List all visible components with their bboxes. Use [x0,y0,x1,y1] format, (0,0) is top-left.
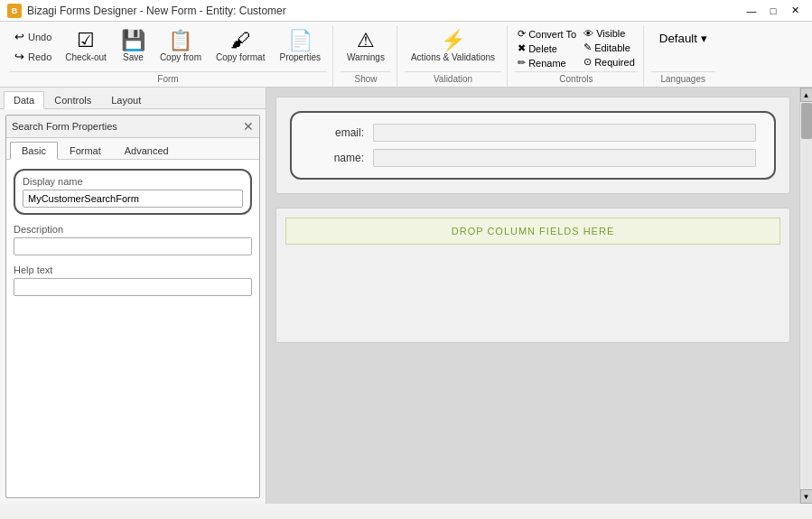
copyfrom-button[interactable]: 📋 Copy from [154,27,208,66]
ribbon-group-controls: ⟳ Convert To ✖ Delete ✏ Rename 👁 [509,25,644,87]
name-label: name: [310,152,364,164]
app-icon: B [7,4,22,18]
minimize-button[interactable]: — [742,3,761,19]
form-group-label: Form [9,71,327,87]
delete-item[interactable]: ✖ Delete [515,42,579,55]
warnings-icon: ⚠ [357,31,375,51]
results-container: DROP COLUMN FIELDS HERE [275,208,790,343]
scroll-up-button[interactable]: ▲ [800,88,813,102]
required-item[interactable]: ⊙ Required [581,55,638,69]
ribbon-group-form: ↩ Undo ↪ Redo ☑ Check-out 💾 Save [4,25,333,87]
properties-content: Display name Description Help text [6,160,259,497]
default-language-button[interactable]: Default ▾ [651,27,715,50]
left-panel: Data Controls Layout Search Form Propert… [0,88,266,504]
properties-button[interactable]: 📄 Properties [273,27,327,66]
display-name-group: Display name [14,169,252,215]
search-form-container: email: name: [275,97,790,194]
default-label: Default ▾ [659,32,707,45]
email-row: email: [310,124,756,142]
ribbon-group-show: ⚠ Warnings Show [335,25,397,87]
tab-data[interactable]: Data [4,91,44,109]
main-content: Data Controls Layout Search Form Propert… [0,88,812,504]
validation-group-label: Validation [405,71,501,87]
undo-redo-group: ↩ Undo ↪ Redo [9,27,57,66]
rename-icon: ✏ [518,57,526,69]
title-bar: B Bizagi Forms Designer - New Form - Ent… [0,0,812,22]
actions-icon: ⚡ [441,31,465,51]
editable-icon: ✎ [583,42,592,53]
prop-tab-format[interactable]: Format [58,142,113,159]
controls-left-col: ⟳ Convert To ✖ Delete ✏ Rename [515,27,579,70]
checkout-icon: ☑ [77,31,95,51]
tab-controls[interactable]: Controls [44,91,101,108]
redo-button[interactable]: ↪ Redo [9,47,57,66]
description-input[interactable] [14,237,252,255]
prop-tab-basic[interactable]: Basic [10,142,58,160]
save-button[interactable]: 💾 Save [115,27,152,66]
warnings-button[interactable]: ⚠ Warnings [341,27,391,66]
drop-column-area[interactable]: DROP COLUMN FIELDS HERE [285,218,780,245]
actions-button[interactable]: ⚡ Actions & Validations [405,27,501,66]
scroll-thumb[interactable] [801,103,812,139]
properties-title: Search Form Properties [12,121,117,132]
scroll-track [800,102,813,489]
checkout-button[interactable]: ☑ Check-out [59,27,113,66]
undo-button[interactable]: ↩ Undo [9,27,57,46]
description-label: Description [14,224,252,235]
description-group: Description [14,224,252,255]
undo-icon: ↩ [14,30,24,43]
helptext-label: Help text [14,264,252,275]
email-input[interactable] [373,124,756,142]
copyfrom-icon: 📋 [168,31,192,51]
prop-tab-advanced[interactable]: Advanced [113,142,181,159]
maximize-button[interactable]: □ [763,3,783,19]
search-fields: email: name: [290,111,776,180]
helptext-input[interactable] [14,278,252,296]
required-icon: ⊙ [583,56,592,68]
name-input[interactable] [373,149,756,167]
scroll-down-button[interactable]: ▼ [800,489,813,504]
properties-tabs: Basic Format Advanced [6,138,259,160]
delete-icon: ✖ [518,42,526,54]
helptext-group: Help text [14,264,252,296]
properties-close-button[interactable]: ✕ [243,119,254,134]
design-area: email: name: DROP COLUMN FIELDS HERE [266,88,799,504]
editable-item[interactable]: ✎ Editable [581,41,638,54]
email-label: email: [310,126,364,139]
name-row: name: [310,149,756,167]
window-controls: — □ ✕ [742,3,805,19]
window-title: Bizagi Forms Designer - New Form - Entit… [27,5,286,17]
languages-group-label: Languages [651,71,715,87]
right-scrollbar: ▲ ▼ [799,88,812,504]
visible-item[interactable]: 👁 Visible [581,27,638,40]
controls-right-col: 👁 Visible ✎ Editable ⊙ Required [581,27,638,69]
properties-icon: 📄 [288,31,313,51]
close-button[interactable]: ✕ [785,3,805,19]
show-group-label: Show [341,71,391,87]
convertto-icon: ⟳ [518,28,526,40]
tab-layout[interactable]: Layout [101,91,151,108]
copyformat-button[interactable]: 🖌 Copy format [210,27,271,66]
ribbon: ↩ Undo ↪ Redo ☑ Check-out 💾 Save [0,22,812,88]
visible-icon: 👁 [583,28,593,39]
displayname-input[interactable] [23,190,243,208]
properties-header: Search Form Properties ✕ [6,116,259,138]
properties-panel: Search Form Properties ✕ Basic Format Ad… [5,115,260,498]
controls-group-label: Controls [515,71,638,87]
ribbon-group-validation: ⚡ Actions & Validations Validation [399,25,508,87]
save-icon: 💾 [121,31,145,51]
left-tab-bar: Data Controls Layout [0,88,266,109]
convertto-item[interactable]: ⟳ Convert To [515,27,579,41]
rename-item[interactable]: ✏ Rename [515,56,579,70]
copyformat-icon: 🖌 [230,31,250,51]
redo-icon: ↪ [14,50,24,63]
ribbon-group-languages: Default ▾ Languages [646,25,721,87]
displayname-label: Display name [23,176,243,187]
